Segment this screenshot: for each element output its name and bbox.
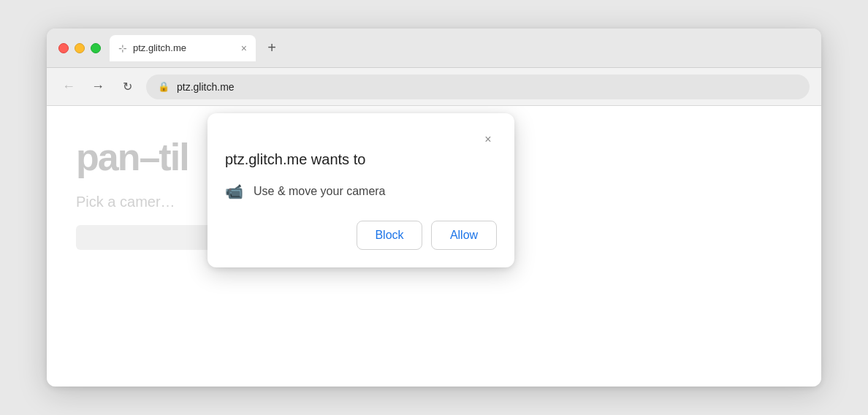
tab-drag-icon: ⊹ — [118, 42, 127, 54]
page-subtext: Pick a camer… — [76, 194, 222, 210]
tab-bar: ⊹ ptz.glitch.me × + — [110, 35, 810, 61]
camera-icon: 📹 — [225, 183, 243, 200]
page-background-text: pan–til Pick a camer… — [76, 135, 222, 250]
tab-close-button[interactable]: × — [241, 43, 247, 53]
traffic-lights — [58, 43, 101, 53]
dialog-buttons: Block Allow — [225, 221, 497, 250]
minimize-traffic-light[interactable] — [75, 43, 85, 53]
dialog-permission-row: 📹 Use & move your camera — [225, 183, 497, 200]
tab-title: ptz.glitch.me — [133, 42, 235, 53]
dialog-close-button[interactable]: × — [479, 131, 497, 148]
browser-tab[interactable]: ⊹ ptz.glitch.me × — [110, 35, 256, 61]
toolbar: ← → ↻ 🔒 ptz.glitch.me — [47, 68, 821, 106]
allow-button[interactable]: Allow — [431, 221, 497, 250]
reload-button[interactable]: ↻ — [117, 77, 137, 97]
page-heading: pan–til — [76, 135, 222, 179]
back-button[interactable]: ← — [58, 77, 79, 97]
permission-text: Use & move your camera — [254, 185, 386, 198]
permission-dialog: × ptz.glitch.me wants to 📹 Use & move yo… — [208, 113, 514, 267]
lock-icon: 🔒 — [158, 81, 170, 92]
page-input-mock — [76, 225, 222, 250]
browser-window: ⊹ ptz.glitch.me × + ← → ↻ 🔒 ptz.glitch.m… — [47, 28, 821, 387]
address-bar[interactable]: 🔒 ptz.glitch.me — [146, 75, 810, 99]
maximize-traffic-light[interactable] — [91, 43, 101, 53]
page-content: pan–til Pick a camer… × ptz.glitch.me wa… — [47, 106, 821, 387]
url-text: ptz.glitch.me — [177, 81, 235, 93]
new-tab-button[interactable]: + — [262, 38, 282, 58]
lock-icon-wrapper: 🔒 — [156, 80, 171, 94]
forward-button[interactable]: → — [88, 77, 108, 97]
dialog-title: ptz.glitch.me wants to — [225, 151, 497, 168]
dialog-close-row: × — [225, 131, 497, 148]
block-button[interactable]: Block — [357, 221, 422, 250]
title-bar: ⊹ ptz.glitch.me × + — [47, 28, 821, 68]
close-traffic-light[interactable] — [58, 43, 69, 53]
